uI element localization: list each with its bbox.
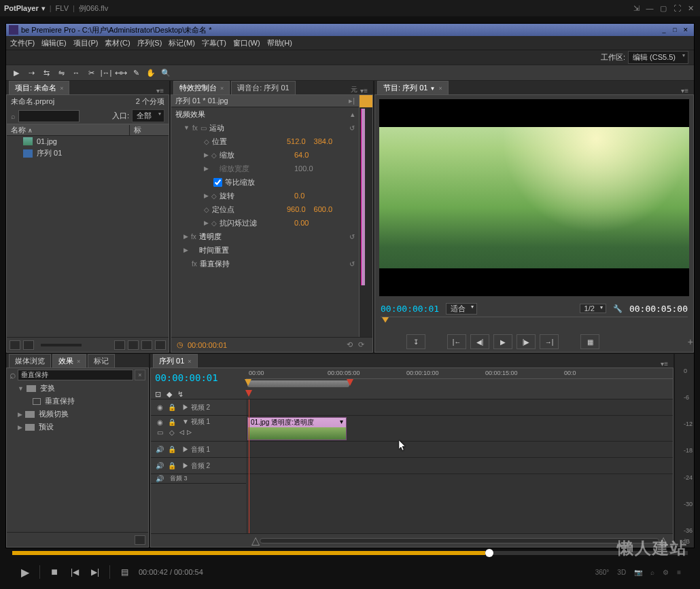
pin-icon[interactable]: ⇲ bbox=[631, 3, 642, 14]
sync-icon[interactable]: ↯ bbox=[177, 390, 183, 399]
keyframe-icon[interactable]: ◇ bbox=[167, 428, 177, 436]
panel-menu-icon[interactable]: ▾≡ bbox=[357, 87, 370, 94]
pp-play-button[interactable]: ▶ bbox=[15, 562, 35, 582]
tab-effect-controls[interactable]: 特效控制台 × bbox=[173, 81, 230, 94]
anchor-x-value[interactable]: 960.0 bbox=[287, 205, 306, 213]
tab-program[interactable]: 节目: 序列 01 ▼ × bbox=[377, 81, 449, 94]
mark-in-button[interactable]: ↧ bbox=[406, 334, 425, 349]
new-bin-icon[interactable] bbox=[128, 340, 139, 350]
minimize-icon[interactable]: — bbox=[644, 3, 655, 14]
workarea-handle[interactable] bbox=[347, 379, 353, 386]
pp-stop-button[interactable]: ■ bbox=[44, 562, 65, 582]
goto-out-button[interactable]: →| bbox=[540, 334, 559, 349]
anchor-y-value[interactable]: 600.0 bbox=[314, 205, 333, 213]
tree-folder[interactable]: ▶预设 bbox=[7, 421, 148, 433]
rotation-value[interactable]: 0.0 bbox=[294, 192, 304, 200]
eye-icon[interactable]: ◉ bbox=[155, 418, 164, 426]
fx-mini-timeline[interactable] bbox=[359, 95, 372, 337]
menu-clip[interactable]: 素材(C) bbox=[105, 38, 130, 48]
track-header-v2[interactable]: ◉🔒▶ 视频 2 bbox=[151, 399, 246, 416]
workspace-dropdown[interactable]: 编辑 (CS5.5) bbox=[628, 51, 688, 64]
tool-pen[interactable]: ✎ bbox=[130, 67, 142, 79]
fx-nav-next-icon[interactable]: ⟳ bbox=[358, 340, 364, 349]
tab-project[interactable]: 项目: 未命名 × bbox=[9, 81, 69, 94]
menu-window[interactable]: 窗口(W) bbox=[233, 38, 260, 48]
pp-3d-button[interactable]: 3D bbox=[617, 569, 626, 576]
program-res-dropdown[interactable]: 1/2 bbox=[580, 304, 606, 313]
menu-title[interactable]: 字幕(T) bbox=[202, 38, 226, 48]
section-toggle-icon[interactable]: ▴ bbox=[351, 110, 355, 119]
potplayer-progress[interactable] bbox=[12, 551, 688, 555]
pp-next-button[interactable]: ▶| bbox=[85, 562, 105, 582]
menu-marker[interactable]: 标记(M) bbox=[169, 38, 195, 48]
fx-group-timeremap[interactable]: ▶fx时间重置 bbox=[171, 243, 359, 257]
tab-effects[interactable]: 效果 × bbox=[52, 354, 86, 368]
timeline-zoom[interactable]: △△ bbox=[246, 534, 673, 547]
fx-group-vhold[interactable]: ▶fx垂直保持↺ bbox=[171, 257, 359, 270]
new-item-icon[interactable] bbox=[141, 340, 152, 350]
speaker-icon[interactable]: 🔊 bbox=[155, 446, 164, 454]
pp-search-icon[interactable]: ⌕ bbox=[650, 569, 654, 576]
clear-search-icon[interactable]: × bbox=[135, 370, 145, 380]
timeline-time[interactable]: 00:00:00:01 bbox=[155, 372, 242, 383]
pp-prev-button[interactable]: |◀ bbox=[65, 562, 85, 582]
panel-menu-icon[interactable]: ▾≡ bbox=[658, 360, 671, 368]
lock-icon[interactable]: 🔒 bbox=[167, 404, 177, 412]
eye-icon[interactable]: ◉ bbox=[155, 404, 164, 412]
menu-sequence[interactable]: 序列(S) bbox=[137, 38, 162, 48]
pp-settings-icon[interactable]: ⚙ bbox=[663, 569, 669, 576]
tree-folder[interactable]: ▼变换 bbox=[7, 382, 148, 395]
play-button[interactable]: ▶ bbox=[493, 334, 512, 349]
tree-effect[interactable]: 垂直保持 bbox=[7, 395, 148, 408]
track-header-a2[interactable]: 🔊🔒▶ 音频 2 bbox=[151, 458, 246, 474]
position-y-value[interactable]: 384.0 bbox=[314, 137, 333, 145]
timeline-workarea[interactable] bbox=[246, 379, 673, 389]
tool-razor[interactable]: ✂ bbox=[85, 67, 97, 79]
effects-search-input[interactable] bbox=[18, 370, 133, 380]
panel-menu-icon[interactable]: ▾≡ bbox=[154, 87, 167, 94]
keyframe-prev-icon[interactable]: ◁ bbox=[179, 429, 184, 435]
toggle-timeline-icon[interactable]: ▸| bbox=[349, 96, 355, 105]
step-fwd-button[interactable]: |▶ bbox=[517, 334, 536, 349]
panel-menu-icon[interactable]: ▾≡ bbox=[678, 87, 691, 94]
project-search-input[interactable] bbox=[18, 110, 80, 122]
menu-edit[interactable]: 编辑(E) bbox=[41, 38, 67, 48]
fx-current-time[interactable]: 00:00:00:01 bbox=[188, 341, 227, 349]
lock-icon[interactable]: 🔒 bbox=[167, 446, 177, 454]
speaker-icon[interactable]: 🔊 bbox=[155, 475, 164, 483]
lock-icon[interactable]: 🔒 bbox=[167, 418, 177, 426]
tool-slide[interactable]: ↤↦ bbox=[115, 67, 127, 79]
reset-icon[interactable]: ↺ bbox=[349, 260, 355, 268]
project-list-header[interactable]: 名称 ∧ 标 bbox=[7, 124, 169, 136]
reset-icon[interactable]: ↺ bbox=[349, 124, 355, 132]
position-x-value[interactable]: 512.0 bbox=[287, 137, 306, 145]
program-playhead[interactable] bbox=[382, 317, 389, 323]
new-bin-icon[interactable] bbox=[135, 535, 145, 545]
goto-in-button[interactable]: |← bbox=[447, 334, 466, 349]
export-frame-button[interactable]: ▦ bbox=[580, 334, 599, 349]
step-back-button[interactable]: ◀| bbox=[470, 334, 489, 349]
lock-icon[interactable]: 🔒 bbox=[167, 462, 177, 470]
keyframe-next-icon[interactable]: ▷ bbox=[187, 429, 192, 435]
timeline-tracks[interactable]: 01.jpg 透明度:透明度▾ bbox=[246, 399, 673, 533]
project-item[interactable]: 01.jpg bbox=[7, 136, 169, 147]
find-icon[interactable] bbox=[114, 340, 125, 350]
program-canvas[interactable] bbox=[379, 99, 689, 296]
tab-timeline-sequence[interactable]: 序列 01 × bbox=[153, 354, 198, 368]
antiflicker-value[interactable]: 0.00 bbox=[294, 219, 309, 227]
fx-nav-prev-icon[interactable]: ⟲ bbox=[347, 340, 353, 349]
tree-folder[interactable]: ▶视频切换 bbox=[7, 408, 148, 421]
tool-track-select[interactable]: ⇢ bbox=[25, 67, 37, 79]
pr-close-icon[interactable]: ✕ bbox=[680, 25, 691, 35]
menu-file[interactable]: 文件(F) bbox=[10, 38, 35, 48]
pr-minimize-icon[interactable]: _ bbox=[659, 25, 669, 35]
timeline-clip[interactable]: 01.jpg 透明度:透明度▾ bbox=[247, 417, 347, 440]
pp-360-button[interactable]: 360° bbox=[595, 569, 610, 576]
tool-hand[interactable]: ✋ bbox=[145, 67, 157, 79]
thumb-size-slider[interactable] bbox=[41, 344, 82, 346]
project-item[interactable]: 序列 01 bbox=[7, 147, 169, 160]
tab-close-icon[interactable]: × bbox=[60, 85, 63, 92]
track-style-icon[interactable]: ▭ bbox=[155, 428, 164, 436]
fx-group-opacity[interactable]: ▶fx透明度↺ bbox=[171, 230, 359, 243]
tool-selection[interactable]: ▶ bbox=[10, 67, 22, 79]
